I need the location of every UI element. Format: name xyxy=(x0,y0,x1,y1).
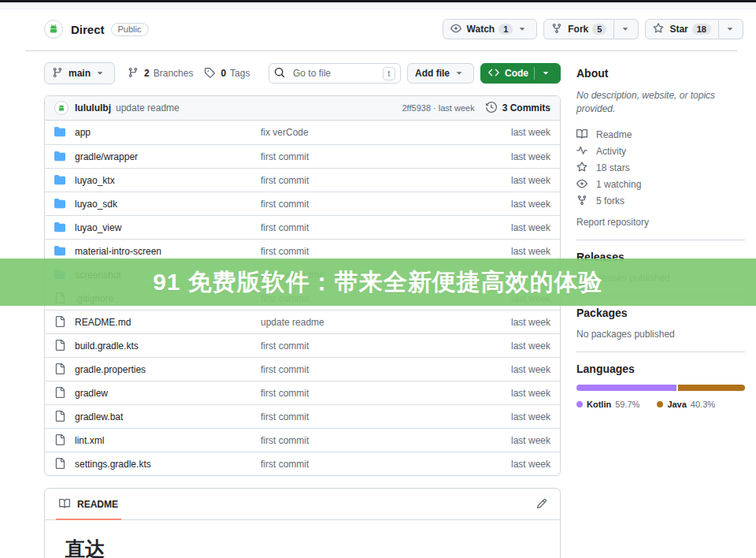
report-repository-link[interactable]: Report repository xyxy=(576,217,649,228)
star-button[interactable]: Star 18 xyxy=(645,19,719,39)
packages-title[interactable]: Packages xyxy=(576,307,745,319)
commits-count-label: 3 Commits xyxy=(502,102,550,113)
about-item-label: 5 forks xyxy=(596,195,624,206)
file-commit-time: last week xyxy=(495,222,550,233)
file-name[interactable]: lint.xml xyxy=(75,435,104,446)
branch-selector[interactable]: main xyxy=(44,62,115,84)
tags-link[interactable]: 0 Tags xyxy=(204,67,250,80)
file-commit-message[interactable]: first commit xyxy=(261,222,495,233)
tab-readme[interactable]: README xyxy=(56,489,121,520)
file-name[interactable]: gradlew.bat xyxy=(75,411,123,422)
list-item[interactable]: Activity xyxy=(576,143,745,160)
file-commit-message[interactable]: first commit xyxy=(261,246,495,257)
language-color-dot xyxy=(576,401,583,407)
file-commit-message[interactable]: first commit xyxy=(261,199,495,210)
file-name[interactable]: gradlew xyxy=(75,388,108,399)
star-label: Star xyxy=(669,24,687,35)
star-dropdown-button[interactable] xyxy=(719,19,743,39)
file-name[interactable]: README.md xyxy=(75,317,131,328)
file-commit-message[interactable]: first commit xyxy=(261,388,495,399)
file-name[interactable]: luyao_sdk xyxy=(75,199,117,210)
file-name[interactable]: gradle/wrapper xyxy=(75,151,138,162)
search-icon xyxy=(274,67,287,80)
branch-name: main xyxy=(69,68,91,79)
code-button[interactable]: Code xyxy=(480,63,561,84)
list-item[interactable]: 5 forks xyxy=(576,193,745,210)
fork-count: 5 xyxy=(592,24,606,35)
table-row[interactable]: settings.gradle.kts first commit last we… xyxy=(45,452,560,475)
commit-message[interactable]: update readme xyxy=(116,102,180,113)
file-commit-time: last week xyxy=(495,127,550,138)
file-commit-time: last week xyxy=(495,388,550,399)
list-item[interactable]: 18 stars xyxy=(576,160,745,177)
search-input[interactable] xyxy=(291,67,378,80)
table-row[interactable]: README.md update readme last week xyxy=(45,310,560,333)
file-name[interactable]: app xyxy=(75,127,91,138)
watch-button[interactable]: Watch 1 xyxy=(443,19,538,39)
commit-author-avatar[interactable] xyxy=(54,101,69,115)
file-name[interactable]: gradle.properties xyxy=(75,364,146,375)
language-name: Java xyxy=(667,400,686,409)
readme-heading: 直达 xyxy=(65,536,539,558)
folder-icon xyxy=(54,151,67,163)
go-to-file-search[interactable]: t xyxy=(269,63,401,84)
file-name[interactable]: settings.gradle.kts xyxy=(75,459,151,470)
fork-button[interactable]: Fork 5 xyxy=(543,19,614,39)
file-commit-message[interactable]: first commit xyxy=(261,364,495,375)
language-bar[interactable] xyxy=(576,385,745,391)
file-commit-message[interactable]: first commit xyxy=(261,175,495,186)
about-section: About No description, website, or topics… xyxy=(576,62,745,240)
language-legend-item[interactable]: Kotlin59.7% xyxy=(576,400,639,409)
file-commit-message[interactable]: first commit xyxy=(261,459,495,470)
commit-author[interactable]: lulululbj xyxy=(75,102,111,113)
chevron-down-icon xyxy=(454,67,466,80)
file-name[interactable]: luyao_ktx xyxy=(75,175,115,186)
branches-count: 2 xyxy=(144,68,150,79)
file-commit-time: last week xyxy=(495,340,550,352)
file-commit-message[interactable]: first commit xyxy=(261,435,495,446)
edit-readme-button[interactable] xyxy=(536,498,549,511)
about-item-label: Readme xyxy=(596,129,632,140)
language-legend: Kotlin59.7%Java40.3% xyxy=(576,400,745,409)
add-file-button[interactable]: Add file xyxy=(407,63,474,84)
repo-toolbar: main 2 Branches 0 Tags t xyxy=(44,62,561,84)
branches-link[interactable]: 2 Branches xyxy=(128,67,193,80)
language-legend-item[interactable]: Java40.3% xyxy=(657,400,715,409)
table-row[interactable]: gradle/wrapper first commit last week xyxy=(45,144,560,168)
file-commit-message[interactable]: first commit xyxy=(261,340,495,352)
activity-icon xyxy=(576,145,589,158)
file-name[interactable]: material-intro-screen xyxy=(75,246,161,257)
page-title[interactable]: Direct xyxy=(71,23,105,36)
file-commit-message[interactable]: first commit xyxy=(261,151,495,162)
code-button-divider xyxy=(534,67,535,80)
table-row[interactable]: luyao_view first commit last week xyxy=(45,215,560,239)
table-row[interactable]: gradle.properties first commit last week xyxy=(45,357,560,381)
table-row[interactable]: luyao_ktx first commit last week xyxy=(45,168,560,192)
main-column: main 2 Branches 0 Tags t xyxy=(44,62,561,558)
fork-dropdown-button[interactable] xyxy=(614,19,639,39)
page-top-band xyxy=(0,2,756,9)
file-name[interactable]: luyao_view xyxy=(75,222,121,233)
repo-owner-avatar[interactable] xyxy=(44,20,63,39)
table-row[interactable]: gradlew.bat first commit last week xyxy=(45,404,560,428)
table-row[interactable]: build.gradle.kts first commit last week xyxy=(45,333,560,357)
commit-sha-time[interactable]: 2ff5938 · last week xyxy=(402,103,475,113)
table-row[interactable]: lint.xml first commit last week xyxy=(45,428,560,452)
file-commit-message[interactable]: first commit xyxy=(261,411,495,422)
table-row[interactable]: app fix verCode last week xyxy=(45,121,560,144)
watch-count: 1 xyxy=(498,24,513,35)
file-icon xyxy=(54,363,67,376)
table-row[interactable]: gradlew first commit last week xyxy=(45,381,560,404)
list-item[interactable]: 1 watching xyxy=(576,177,745,193)
commit-history-link[interactable]: 3 Commits xyxy=(486,102,550,114)
packages-empty-text: No packages published xyxy=(576,329,745,340)
list-item[interactable]: Readme xyxy=(576,127,745,143)
file-commit-message[interactable]: update readme xyxy=(261,317,495,328)
file-commit-message[interactable]: fix verCode xyxy=(261,127,495,138)
readme-tab-label: README xyxy=(77,499,118,510)
file-commit-time: last week xyxy=(495,175,550,186)
file-name[interactable]: build.gradle.kts xyxy=(75,340,139,352)
sidebar: About No description, website, or topics… xyxy=(576,62,745,421)
folder-icon xyxy=(54,174,67,187)
table-row[interactable]: luyao_sdk first commit last week xyxy=(45,192,560,215)
